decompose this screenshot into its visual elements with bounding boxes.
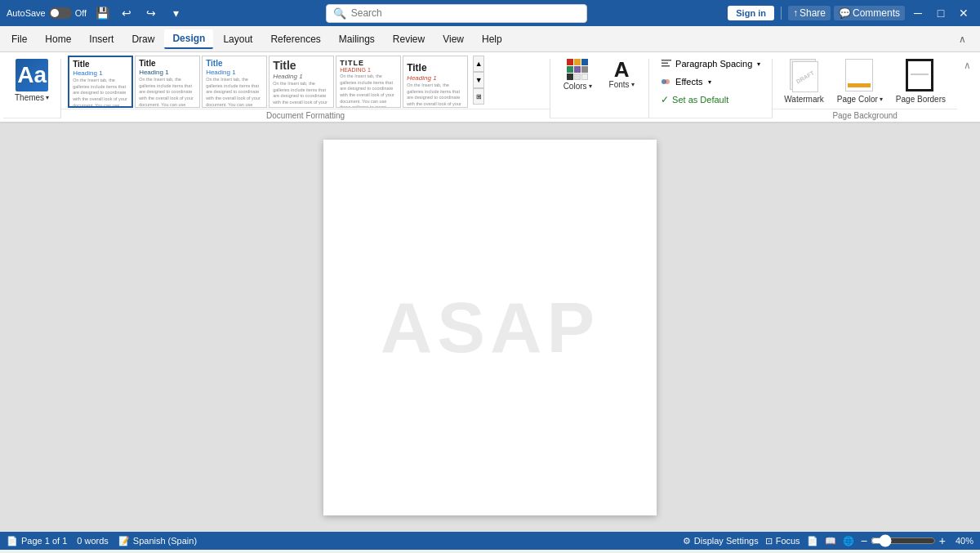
- zoom-in-button[interactable]: +: [939, 534, 946, 547]
- share-icon: ↑: [793, 7, 798, 19]
- autosave-knob: [51, 9, 59, 17]
- paragraph-spacing-arrow: ▾: [757, 60, 760, 68]
- document-page[interactable]: ASAP: [323, 140, 657, 515]
- view-toggle-read[interactable]: 📖: [825, 536, 836, 546]
- minimize-button[interactable]: ─: [908, 3, 928, 23]
- page-info[interactable]: 📄 Page 1 of 1: [7, 536, 67, 546]
- sign-in-button[interactable]: Sign in: [728, 6, 774, 20]
- zoom-slider[interactable]: [871, 534, 936, 547]
- search-bar[interactable]: 🔍: [326, 4, 587, 23]
- svg-rect-2: [662, 65, 670, 67]
- page-borders-icon: [906, 59, 935, 93]
- print-layout-icon: 📄: [807, 536, 818, 546]
- ribbon-collapse[interactable]: ∧: [957, 56, 977, 122]
- display-settings-button[interactable]: ⚙ Display Settings: [683, 536, 759, 546]
- undo-icon[interactable]: ↩: [118, 4, 136, 22]
- menu-design[interactable]: Design: [164, 29, 213, 49]
- page-background-group: DRAFT Watermark Page Color▾: [773, 56, 957, 122]
- paragraph-spacing-button[interactable]: Paragraph Spacing ▾: [656, 56, 765, 72]
- share-button[interactable]: ↑ Share: [788, 6, 831, 20]
- page-info-text: Page 1 of 1: [21, 536, 67, 546]
- gallery-down-button[interactable]: ▼: [473, 72, 484, 88]
- fonts-button[interactable]: A Fonts▾: [601, 56, 642, 92]
- svg-rect-0: [662, 60, 671, 61]
- style-gallery: Title Heading 1 On the Insert tab, the g…: [68, 56, 468, 108]
- focus-icon: ⊡: [765, 536, 773, 546]
- comments-label: Comments: [853, 7, 900, 19]
- collapse-ribbon-button[interactable]: ∧: [954, 31, 970, 47]
- view-toggle-web[interactable]: 🌐: [843, 536, 854, 546]
- colors-label: Colors▾: [564, 82, 592, 91]
- menu-mailings[interactable]: Mailings: [331, 30, 383, 48]
- close-button[interactable]: ✕: [954, 3, 973, 23]
- menu-view[interactable]: View: [434, 30, 472, 48]
- comments-button[interactable]: 💬 Comments: [834, 6, 905, 20]
- zoom-out-button[interactable]: −: [861, 534, 867, 547]
- search-icon: 🔍: [333, 7, 346, 20]
- themes-button[interactable]: Aa Themes▾: [10, 56, 54, 105]
- effects-arrow: ▾: [708, 78, 711, 86]
- effects-button[interactable]: Effects ▾: [656, 74, 715, 90]
- page-borders-label: Page Borders: [896, 95, 946, 104]
- colors-button[interactable]: Colors▾: [557, 56, 598, 94]
- style-item-4[interactable]: Title Heading 1 On the Insert tab, the g…: [269, 56, 334, 108]
- language-text: Spanish (Spain): [133, 536, 197, 546]
- zoom-controls: − + 40%: [861, 534, 973, 547]
- menu-references[interactable]: References: [262, 30, 328, 48]
- display-settings-label: Display Settings: [694, 536, 759, 546]
- colors-swatch: [567, 59, 588, 80]
- maximize-button[interactable]: □: [931, 3, 951, 23]
- web-layout-icon: 🌐: [843, 536, 854, 546]
- style-item-6[interactable]: Title Heading 1 On the Insert tab, the g…: [403, 56, 468, 108]
- focus-label: Focus: [776, 536, 800, 546]
- autosave-label: AutoSave: [7, 8, 46, 18]
- autosave-section: AutoSave Off: [7, 7, 87, 19]
- page-icon: 📄: [7, 536, 18, 546]
- save-icon[interactable]: 💾: [93, 4, 111, 22]
- style-item-1[interactable]: Title Heading 1 On the Insert tab, the g…: [68, 56, 133, 108]
- watermark-text: ASAP: [381, 286, 600, 369]
- page-bg-section-label: Page Background: [773, 109, 957, 122]
- title-actions: Sign in ↑ Share 💬 Comments ─ □ ✕: [728, 3, 973, 23]
- zoom-level: 40%: [949, 536, 973, 546]
- set-default-label: Set as Default: [672, 95, 728, 105]
- search-input[interactable]: [351, 7, 564, 19]
- themes-aa-icon: Aa: [16, 59, 48, 91]
- effects-icon: [661, 76, 672, 87]
- menu-insert[interactable]: Insert: [81, 30, 122, 48]
- style-item-3[interactable]: Title Heading 1 On the Insert tab, the g…: [202, 56, 267, 108]
- redo-icon[interactable]: ↪: [142, 4, 160, 22]
- word-count-text: 0 words: [77, 536, 109, 546]
- watermark-button[interactable]: DRAFT Watermark: [779, 56, 829, 107]
- customize-icon[interactable]: ▾: [167, 4, 185, 22]
- menu-home[interactable]: Home: [37, 30, 79, 48]
- fonts-label: Fonts▾: [609, 80, 635, 89]
- page-borders-button[interactable]: Page Borders: [891, 56, 951, 107]
- menu-help[interactable]: Help: [474, 30, 510, 48]
- menu-layout[interactable]: Layout: [215, 30, 261, 48]
- gallery-up-button[interactable]: ▲: [473, 56, 484, 72]
- menu-review[interactable]: Review: [385, 30, 433, 48]
- status-bar: 📄 Page 1 of 1 0 words 📝 Spanish (Spain) …: [0, 532, 980, 550]
- page-color-button[interactable]: Page Color▾: [832, 56, 888, 107]
- document-area: ASAP: [0, 123, 980, 532]
- autosave-state: Off: [75, 8, 87, 18]
- style-item-5[interactable]: TITLE HEADING 1 On the Insert tab, the g…: [336, 56, 401, 108]
- autosave-toggle[interactable]: [49, 7, 72, 19]
- style-item-2[interactable]: Title Heading 1 On the Insert tab, the g…: [135, 56, 200, 108]
- collapse-icon[interactable]: ∧: [960, 59, 973, 72]
- menu-file[interactable]: File: [3, 30, 35, 48]
- themes-section-label: [3, 118, 60, 122]
- page-color-label: Page Color▾: [837, 95, 883, 104]
- view-toggle-print[interactable]: 📄: [807, 536, 818, 546]
- gallery-more-button[interactable]: ⊞: [473, 88, 484, 105]
- status-right: ⚙ Display Settings ⊡ Focus 📄 📖 🌐 − + 40%: [683, 534, 973, 547]
- watermark-label: Watermark: [784, 95, 824, 104]
- set-default-button[interactable]: ✓ Set as Default: [656, 91, 733, 108]
- language-selector[interactable]: 📝 Spanish (Spain): [118, 536, 197, 546]
- style-gallery-group: Title Heading 1 On the Insert tab, the g…: [61, 56, 550, 122]
- focus-button[interactable]: ⊡ Focus: [765, 536, 800, 546]
- effects-label: Effects: [675, 77, 702, 87]
- word-count[interactable]: 0 words: [77, 536, 109, 546]
- menu-draw[interactable]: Draw: [123, 30, 163, 48]
